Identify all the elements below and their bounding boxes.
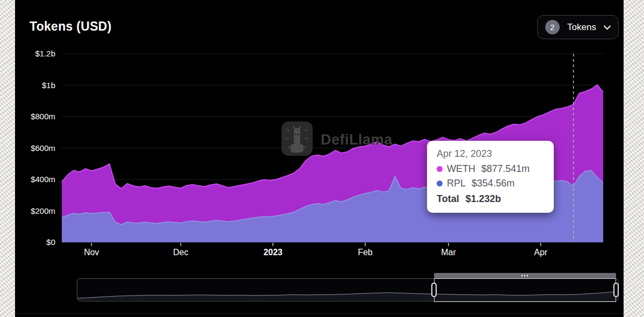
chart-tooltip: Apr 12, 2023 WETH $877.541m RPL $354.56m… xyxy=(427,141,554,213)
rpl-series-dot-icon xyxy=(437,181,443,186)
tooltip-total: Total $1.232b xyxy=(437,193,544,205)
total-label: Total xyxy=(437,193,459,205)
series-value: $354.56m xyxy=(472,178,515,189)
series-name: RPL xyxy=(447,178,466,189)
brush-left-handle[interactable] xyxy=(431,283,437,297)
tooltip-row-weth: WETH $877.541m xyxy=(437,163,544,175)
screenshot-stage: Tokens (USD) 2 Tokens $1.2b$1b$800m$600m… xyxy=(0,0,644,317)
total-value: $1.232b xyxy=(466,193,501,205)
tooltip-date: Apr 12, 2023 xyxy=(437,148,544,160)
series-value: $877.541m xyxy=(481,163,530,175)
time-range-brush[interactable] xyxy=(77,278,619,301)
series-name: WETH xyxy=(447,163,475,175)
brush-selection-window[interactable] xyxy=(434,278,616,302)
tooltip-row-rpl: RPL $354.56m xyxy=(437,178,544,189)
brush-right-handle[interactable] xyxy=(613,283,619,297)
brush-selection-drag-bar[interactable] xyxy=(434,273,616,278)
bottom-divider xyxy=(15,313,624,314)
weth-series-dot-icon xyxy=(437,166,443,172)
